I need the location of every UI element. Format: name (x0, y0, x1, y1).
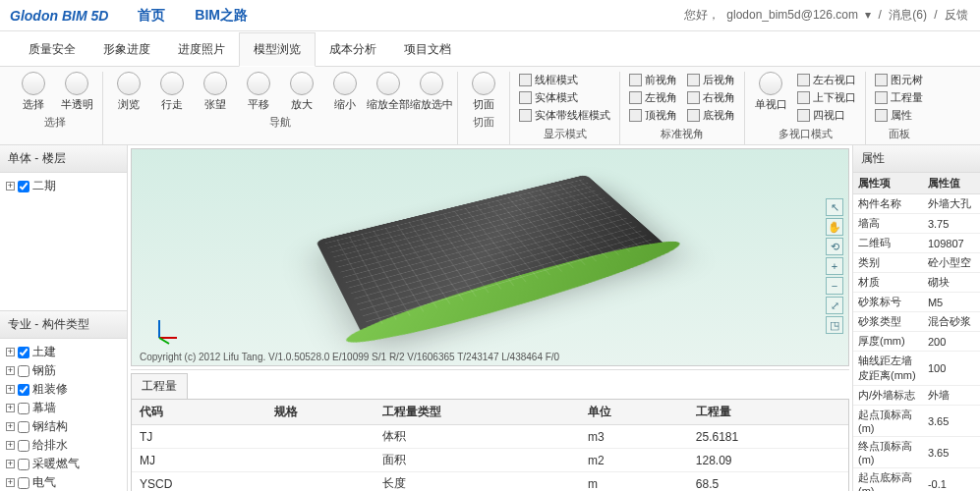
table-row[interactable]: 起点顶标高(m)3.65 (853, 406, 980, 437)
ribbon-btn[interactable]: 行走 (152, 72, 192, 112)
greet-label: 您好， (684, 8, 720, 22)
ribbon-btn[interactable]: 张望 (196, 72, 235, 112)
ribbon-icon (247, 72, 270, 95)
table-row[interactable]: 内/外墙标志外墙 (853, 386, 980, 406)
ribbon-btn[interactable]: 平移 (239, 72, 278, 112)
expand-icon[interactable]: + (6, 182, 15, 191)
tree-item[interactable]: +给排水 (6, 436, 121, 455)
ribbon-btn[interactable]: 缩放选中 (412, 72, 451, 112)
ribbon-btn[interactable]: 切面 (464, 72, 503, 112)
ribbon-small-btn[interactable]: 实体带线框模式 (516, 107, 613, 124)
table-row[interactable]: 构件名称外墙大孔 (853, 194, 980, 214)
qty-tab[interactable]: 工程量 (131, 373, 188, 399)
ribbon-small-icon (687, 91, 700, 104)
tree-checkbox[interactable] (18, 459, 29, 470)
nav-home[interactable]: 首页 (138, 7, 165, 25)
table-row[interactable]: TJ体积m325.6181 (132, 425, 848, 449)
expand-icon[interactable]: + (6, 441, 15, 450)
table-row[interactable]: 厚度(mm)200 (853, 332, 980, 352)
table-row[interactable]: 墙高3.75 (853, 214, 980, 234)
tree-item[interactable]: +土建 (6, 343, 121, 361)
tree-checkbox[interactable] (18, 403, 29, 414)
tab-0[interactable]: 质量安全 (15, 33, 89, 66)
expand-icon[interactable]: + (6, 348, 15, 356)
tree-item[interactable]: +钢结构 (6, 417, 121, 436)
nav-bim-road[interactable]: BIM之路 (195, 7, 248, 25)
ribbon-small-btn[interactable]: 右视角 (684, 89, 738, 106)
ribbon-small-btn[interactable]: 四视口 (794, 107, 859, 124)
tree-checkbox[interactable] (18, 181, 29, 192)
tree-item[interactable]: +二期 (6, 177, 121, 195)
tree-checkbox[interactable] (18, 365, 29, 377)
expand-icon[interactable]: + (6, 422, 15, 431)
tab-4[interactable]: 成本分析 (316, 33, 390, 66)
table-row[interactable]: 材质砌块 (853, 273, 980, 293)
ribbon-small-btn[interactable]: 左视角 (626, 89, 680, 106)
ribbon-btn[interactable]: 缩放全部 (369, 72, 408, 112)
table-row[interactable]: 起点底标高(m)-0.1 (853, 468, 980, 492)
prop-cell: 起点顶标高(m) (853, 406, 923, 437)
center-col: ↖ ✋ ⟲ + − ⤢ ◳ Copyright (c) 2012 Lifu Ta… (128, 145, 852, 491)
messages-link[interactable]: 消息(6) (889, 8, 927, 22)
ribbon-small-btn[interactable]: 底视角 (684, 107, 738, 124)
ribbon-btn[interactable]: 选择 (14, 72, 53, 112)
tree-checkbox[interactable] (18, 384, 29, 396)
tree-checkbox[interactable] (18, 477, 29, 489)
tree-item[interactable]: +电气 (6, 473, 121, 491)
ribbon-small-btn[interactable]: 左右视口 (794, 72, 859, 88)
tab-1[interactable]: 形象进度 (89, 33, 164, 66)
tree-item[interactable]: +幕墙 (6, 399, 121, 417)
ribbon-small-btn[interactable]: 顶视角 (626, 107, 680, 124)
ribbon-small-btn[interactable]: 图元树 (872, 72, 926, 88)
table-row[interactable]: YSCD长度m68.5 (132, 472, 848, 492)
user-email[interactable]: glodon_bim5d@126.com (726, 8, 858, 22)
table-row[interactable]: 砂浆标号M5 (853, 293, 980, 312)
logo: Glodon BIM 5D (10, 8, 108, 24)
vtool-arrow[interactable]: ↖ (826, 198, 843, 216)
ribbon-small-btn[interactable]: 实体模式 (516, 89, 613, 106)
vtool-cube[interactable]: ◳ (826, 316, 843, 334)
tab-3[interactable]: 模型浏览 (239, 32, 316, 67)
vtool-fit[interactable]: ⤢ (826, 297, 843, 314)
ribbon-small-btn[interactable]: 属性 (872, 107, 926, 124)
tree-checkbox[interactable] (18, 347, 29, 358)
prop-cell: 3.75 (923, 214, 980, 234)
tree-checkbox[interactable] (18, 421, 29, 433)
tree-item[interactable]: +钢筋 (6, 361, 121, 380)
expand-icon[interactable]: + (6, 460, 15, 468)
ribbon-small-btn[interactable]: 线框模式 (516, 72, 613, 88)
dropdown-icon[interactable]: ▾ (865, 8, 871, 22)
expand-icon[interactable]: + (6, 478, 15, 487)
table-row[interactable]: 轴线距左墙皮距离(mm)100 (853, 352, 980, 386)
ribbon-small-btn[interactable]: 上下视口 (794, 89, 859, 106)
table-row[interactable]: 二维码109807 (853, 234, 980, 253)
expand-icon[interactable]: + (6, 366, 15, 375)
tree-item[interactable]: +粗装修 (6, 380, 121, 399)
tree-item[interactable]: +采暖燃气 (6, 455, 121, 473)
tab-2[interactable]: 进度照片 (164, 33, 239, 66)
tree-checkbox[interactable] (18, 440, 29, 452)
expand-icon[interactable]: + (6, 385, 15, 394)
ribbon-btn[interactable]: 浏览 (109, 72, 148, 112)
ribbon-small-btn[interactable]: 后视角 (684, 72, 738, 88)
ribbon-btn[interactable]: 放大 (282, 72, 321, 112)
ribbon-btn[interactable]: 半透明 (57, 72, 96, 112)
table-row[interactable]: 砂浆类型混合砂浆 (853, 312, 980, 332)
ribbon-btn[interactable]: 缩小 (325, 72, 365, 112)
feedback-link[interactable]: 反馈 (945, 8, 968, 22)
ribbon-small-btn[interactable]: 前视角 (626, 72, 680, 88)
table-row[interactable]: 类别砼小型空 (853, 253, 980, 273)
ribbon-btn[interactable]: 单视口 (751, 72, 790, 112)
ribbon-small-btn[interactable]: 工程量 (872, 89, 926, 106)
vtool-hand[interactable]: ✋ (826, 218, 843, 236)
ribbon-icon (65, 72, 88, 95)
model-viewport[interactable]: ↖ ✋ ⟲ + − ⤢ ◳ Copyright (c) 2012 Lifu Ta… (131, 148, 849, 366)
expand-icon[interactable]: + (6, 404, 15, 412)
vtool-zoom-out[interactable]: − (826, 277, 843, 295)
table-row[interactable]: 终点顶标高(m)3.65 (853, 437, 980, 468)
table-row[interactable]: MJ面积m2128.09 (132, 449, 848, 472)
vtool-orbit[interactable]: ⟲ (826, 238, 843, 255)
ribbon-group: 切面切面 (458, 72, 510, 144)
vtool-zoom-in[interactable]: + (826, 257, 843, 275)
tab-5[interactable]: 项目文档 (390, 33, 465, 66)
